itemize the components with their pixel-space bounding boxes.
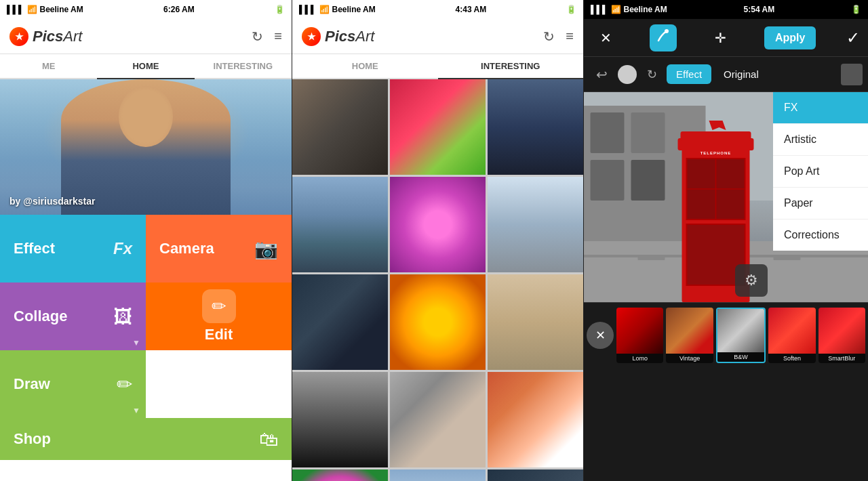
close-icon: ✕ — [600, 30, 612, 46]
effect-tab[interactable]: Effect — [667, 64, 711, 84]
dropdown-paper[interactable]: Paper — [773, 188, 868, 219]
gear-button[interactable]: ⚙ — [735, 264, 768, 297]
gear-icon: ⚙ — [745, 272, 758, 289]
color-picker[interactable] — [618, 65, 637, 84]
effect-label: Effect — [14, 240, 55, 257]
photo-1[interactable] — [292, 79, 388, 175]
filter-close-button[interactable]: ✕ — [587, 322, 614, 349]
filter-lomo[interactable]: Lomo — [616, 308, 663, 363]
signal-icon-2: ▌▌▌ — [299, 5, 317, 14]
tab-interesting-1[interactable]: INTERESTING — [195, 54, 292, 79]
photo-3[interactable] — [488, 79, 583, 175]
photo-2[interactable] — [390, 79, 486, 175]
tab-bar-2: HOME INTERESTING — [292, 54, 583, 79]
photo-4[interactable] — [292, 177, 388, 272]
filter-vintage-label: Vintage — [666, 354, 713, 363]
signal-icon-3: ▌▌▌ — [591, 5, 608, 14]
tab-me[interactable]: ME — [0, 54, 97, 79]
filter-smartblur[interactable]: SmartBlur — [818, 308, 865, 363]
photo-5[interactable] — [390, 177, 486, 272]
camera-label: Camera — [159, 240, 214, 257]
photo-edit-area: TELEPHONE FX Artistic Pop Art Paper Corr… — [584, 92, 868, 302]
hero-person — [61, 79, 231, 215]
filter-soften-label: Soften — [768, 354, 815, 363]
photo-12[interactable] — [488, 372, 583, 467]
refresh-icon-1[interactable]: ↻ — [252, 28, 263, 45]
svg-rect-3 — [591, 112, 625, 153]
move-button[interactable]: ✛ — [707, 24, 734, 51]
photo-15[interactable] — [488, 469, 583, 481]
time-label-3: 5:54 AM — [744, 5, 775, 14]
logo-star-1: ★ — [9, 27, 28, 46]
svg-rect-5 — [591, 160, 625, 201]
status-bar-3: ▌▌▌ 📶 Beeline AM 5:54 AM 🔋 — [584, 0, 868, 19]
original-tab[interactable]: Original — [715, 64, 767, 84]
effect-dropdown: FX Artistic Pop Art Paper Corrections — [773, 92, 868, 251]
menu-draw[interactable]: Draw ✏ ▼ — [0, 350, 146, 418]
wifi-icon: 📶 — [27, 5, 37, 14]
effect-icon: Fx — [113, 239, 132, 258]
menu-camera[interactable]: Camera 📷 — [146, 215, 292, 283]
filter-bw[interactable]: B&W — [716, 308, 766, 363]
collage-label: Collage — [14, 308, 67, 325]
svg-rect-21 — [638, 256, 665, 260]
dropdown-artistic[interactable]: Artistic — [773, 124, 868, 156]
confirm-button[interactable]: ✓ — [846, 28, 860, 47]
close-button[interactable]: ✕ — [592, 24, 619, 51]
logo-text-1: PicsArt — [33, 28, 82, 45]
photo-10[interactable] — [292, 372, 388, 467]
reset-button[interactable]: ↻ — [641, 64, 663, 85]
filter-soften[interactable]: Soften — [768, 308, 815, 363]
hero-image: by @siriusdarkstar — [0, 79, 292, 215]
tab-home[interactable]: HOME — [97, 54, 194, 79]
effect-bar: ↩ ↻ Effect Original — [584, 57, 868, 92]
menu-icon-2[interactable]: ≡ — [566, 28, 574, 45]
brush-button[interactable] — [650, 24, 677, 51]
dropdown-corrections[interactable]: Corrections — [773, 219, 868, 251]
photo-13[interactable] — [292, 469, 388, 481]
tab-interesting-2[interactable]: INTERESTING — [438, 54, 584, 79]
filter-lomo-label: Lomo — [616, 354, 663, 363]
filter-vintage[interactable]: Vintage — [666, 308, 713, 363]
photo-8[interactable] — [390, 274, 486, 370]
draw-icon: ✏ — [117, 373, 132, 396]
dropdown-fx[interactable]: FX — [773, 92, 868, 124]
hero-caption: by @siriusdarkstar — [9, 196, 96, 207]
nav-bar-1: ★ PicsArt ↻ ≡ — [0, 19, 292, 54]
carrier-label-2: Beeline AM — [332, 5, 376, 14]
status-bar-2: ▌▌▌ 📶 Beeline AM 4:43 AM 🔋 — [292, 0, 583, 19]
photo-7[interactable] — [292, 274, 388, 370]
shop-icon: 🛍 — [259, 428, 278, 451]
settings-square[interactable] — [841, 64, 863, 85]
shop-label: Shop — [14, 430, 51, 448]
menu-effect[interactable]: Effect Fx — [0, 215, 146, 283]
undo-button[interactable]: ↩ — [589, 62, 614, 87]
photo-9[interactable] — [488, 274, 583, 370]
menu-icon-1[interactable]: ≡ — [274, 28, 282, 45]
filter-bw-label: B&W — [717, 352, 764, 362]
menu-edit[interactable]: ✏ Edit — [146, 283, 292, 350]
photo-11[interactable] — [390, 372, 486, 467]
refresh-icon-2[interactable]: ↻ — [543, 28, 555, 45]
menu-shop[interactable]: Shop 🛍 — [0, 418, 292, 460]
menu-collage[interactable]: Collage 🖼 ▼ — [0, 283, 146, 350]
svg-rect-6 — [631, 160, 665, 201]
collage-icon: 🖼 — [113, 306, 132, 328]
edit-label: Edit — [205, 326, 233, 343]
photo-6[interactable] — [488, 177, 583, 272]
apply-button[interactable]: Apply — [764, 26, 816, 49]
filter-close-icon: ✕ — [595, 328, 606, 343]
tab-bar-1: ME HOME INTERESTING — [0, 54, 292, 79]
draw-label: Draw — [14, 375, 50, 393]
filter-strip: ✕ Lomo Vintage B&W Soften SmartBlur — [584, 302, 868, 367]
photo-14[interactable] — [390, 469, 486, 481]
time-label-2: 4:43 AM — [456, 5, 487, 14]
photo-grid — [292, 79, 583, 481]
svg-text:TELEPHONE: TELEPHONE — [701, 151, 732, 155]
battery-icon-2: 🔋 — [566, 5, 576, 14]
nav-icons-2: ↻ ≡ — [543, 28, 574, 45]
svg-rect-4 — [631, 112, 665, 153]
tab-home-2[interactable]: HOME — [292, 54, 438, 79]
dropdown-popart[interactable]: Pop Art — [773, 156, 868, 188]
svg-point-0 — [665, 29, 669, 33]
